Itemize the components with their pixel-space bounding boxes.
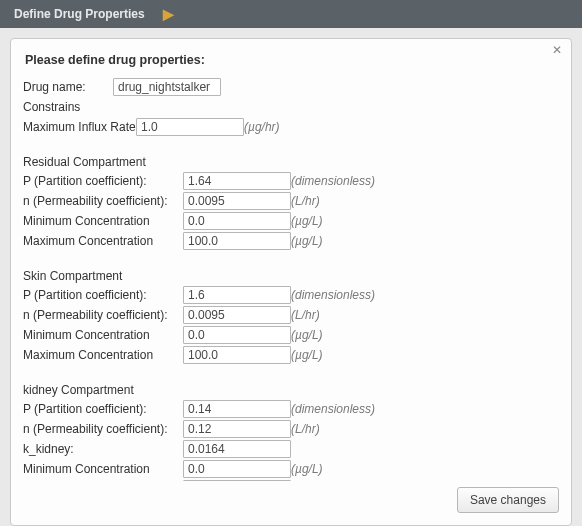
- residual-min-label: Minimum Concentration: [23, 214, 183, 228]
- kidney-n-unit: (L/hr): [291, 422, 320, 436]
- residual-min-unit: (µg/L): [291, 214, 323, 228]
- residual-p-unit: (dimensionless): [291, 174, 375, 188]
- kidney-k-label: k_kidney:: [23, 442, 183, 456]
- skin-p-unit: (dimensionless): [291, 288, 375, 302]
- save-button[interactable]: Save changes: [457, 487, 559, 513]
- play-icon[interactable]: ▶: [163, 7, 174, 21]
- max-influx-input[interactable]: [136, 118, 244, 136]
- skin-n-input[interactable]: [183, 306, 291, 324]
- kidney-p-input[interactable]: [183, 400, 291, 418]
- topbar-title: Define Drug Properties: [14, 7, 145, 21]
- close-icon[interactable]: ✕: [549, 43, 565, 59]
- kidney-min-unit: (µg/L): [291, 462, 323, 476]
- skin-min-unit: (µg/L): [291, 328, 323, 342]
- max-influx-label: Maximum Influx Rate: [23, 120, 136, 134]
- kidney-p-unit: (dimensionless): [291, 402, 375, 416]
- kidney-title: kidney Compartment: [23, 383, 559, 397]
- max-influx-unit: (µg/hr): [244, 120, 280, 134]
- skin-max-unit: (µg/L): [291, 348, 323, 362]
- skin-n-label: n (Permeability coefficient):: [23, 308, 183, 322]
- kidney-k-input[interactable]: [183, 440, 291, 458]
- drugname-label: Drug name:: [23, 80, 113, 94]
- residual-max-label: Maximum Concentration: [23, 234, 183, 248]
- kidney-min-label: Minimum Concentration: [23, 462, 183, 476]
- skin-min-label: Minimum Concentration: [23, 328, 183, 342]
- residual-max-unit: (µg/L): [291, 234, 323, 248]
- dialog: ✕ Please define drug properties: Drug na…: [10, 38, 572, 526]
- skin-p-input[interactable]: [183, 286, 291, 304]
- skin-title: Skin Compartment: [23, 269, 559, 283]
- dialog-scroll[interactable]: Please define drug properties: Drug name…: [17, 45, 565, 481]
- drugname-input[interactable]: [113, 78, 221, 96]
- kidney-n-label: n (Permeability coefficient):: [23, 422, 183, 436]
- residual-n-label: n (Permeability coefficient):: [23, 194, 183, 208]
- residual-max-input[interactable]: [183, 232, 291, 250]
- top-bar: Define Drug Properties ▶: [0, 0, 582, 28]
- kidney-min-input[interactable]: [183, 460, 291, 478]
- skin-max-label: Maximum Concentration: [23, 348, 183, 362]
- dialog-heading: Please define drug properties:: [23, 49, 559, 77]
- residual-title: Residual Compartment: [23, 155, 559, 169]
- skin-n-unit: (L/hr): [291, 308, 320, 322]
- residual-p-input[interactable]: [183, 172, 291, 190]
- skin-p-label: P (Partition coefficient):: [23, 288, 183, 302]
- kidney-n-input[interactable]: [183, 420, 291, 438]
- residual-n-input[interactable]: [183, 192, 291, 210]
- skin-max-input[interactable]: [183, 346, 291, 364]
- residual-p-label: P (Partition coefficient):: [23, 174, 183, 188]
- kidney-p-label: P (Partition coefficient):: [23, 402, 183, 416]
- residual-min-input[interactable]: [183, 212, 291, 230]
- constraints-label: Constrains: [23, 100, 183, 114]
- residual-n-unit: (L/hr): [291, 194, 320, 208]
- skin-min-input[interactable]: [183, 326, 291, 344]
